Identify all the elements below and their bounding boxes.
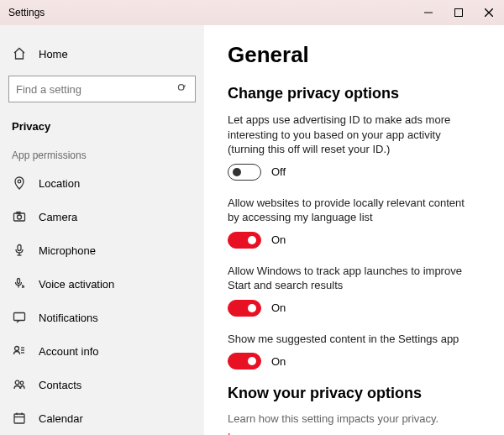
sidebar-item-voice-activation[interactable]: Voice activation (0, 267, 204, 301)
sidebar-item-label: Notifications (39, 312, 98, 324)
setting-desc: Allow Windows to track app launches to i… (228, 264, 479, 293)
section-title: Change privacy options (228, 85, 479, 102)
sidebar-item-account-info[interactable]: Account info (0, 334, 204, 368)
sidebar-item-location[interactable]: Location (0, 166, 204, 200)
toggle-suggested-content[interactable] (228, 353, 261, 369)
main-content: General Change privacy options Let apps … (204, 25, 504, 435)
sidebar-item-label: Voice activation (39, 278, 114, 291)
setting-desc: Allow websites to provide locally releva… (228, 196, 479, 225)
toggle-state-label: Off (271, 165, 286, 178)
sidebar: Home Privacy App permissions Location (0, 25, 204, 435)
sidebar-item-calendar[interactable]: Calendar (0, 401, 204, 435)
window-controls (413, 0, 504, 25)
toggle-language-list[interactable] (228, 232, 261, 249)
setting-language-list: Allow websites to provide locally releva… (228, 196, 479, 249)
sidebar-item-label: Calendar (39, 412, 83, 425)
notifications-icon (12, 311, 27, 324)
minimize-button[interactable] (413, 0, 444, 25)
setting-desc: Show me suggested content in the Setting… (228, 332, 479, 347)
svg-point-16 (15, 347, 19, 351)
svg-point-6 (18, 180, 21, 183)
window-title: Settings (8, 7, 45, 18)
svg-rect-10 (18, 245, 21, 251)
contacts-icon (12, 378, 27, 391)
search-input[interactable] (8, 76, 196, 102)
home-icon (12, 47, 27, 60)
setting-suggested-content: Show me suggested content in the Setting… (228, 332, 479, 370)
svg-point-21 (20, 381, 24, 385)
svg-point-8 (18, 215, 22, 219)
sidebar-item-camera[interactable]: Camera (0, 200, 204, 233)
sidebar-item-label: Location (39, 177, 80, 190)
svg-rect-22 (14, 414, 24, 423)
camera-icon (12, 210, 27, 223)
close-button[interactable] (474, 0, 504, 25)
sidebar-item-label: Contacts (39, 379, 81, 391)
sidebar-item-microphone[interactable]: Microphone (0, 233, 204, 267)
location-icon (12, 176, 27, 190)
sidebar-category: Privacy (0, 111, 204, 141)
section-title: Know your privacy options (228, 385, 479, 402)
toggle-advertising-id[interactable] (228, 164, 261, 181)
setting-advertising-id: Let apps use advertising ID to make ads … (228, 113, 479, 181)
section-subtitle: Learn how this setting impacts your priv… (228, 412, 479, 425)
svg-rect-15 (14, 313, 25, 321)
sidebar-item-notifications[interactable]: Notifications (0, 301, 204, 334)
sidebar-item-label: Account info (39, 345, 99, 358)
sidebar-home-label: Home (39, 48, 68, 60)
sidebar-category-label: Privacy (12, 120, 50, 133)
toggle-app-launches[interactable] (228, 300, 261, 317)
sidebar-home[interactable]: Home (0, 37, 204, 71)
setting-desc: Let apps use advertising ID to make ads … (228, 113, 479, 157)
maximize-button[interactable] (444, 0, 474, 25)
sidebar-item-contacts[interactable]: Contacts (0, 368, 204, 401)
sidebar-item-label: Camera (39, 211, 77, 223)
sidebar-item-label: Microphone (39, 244, 96, 257)
link-learn-more[interactable]: Learn more (228, 430, 479, 435)
svg-point-20 (15, 380, 19, 385)
toggle-state-label: On (271, 355, 286, 368)
account-info-icon (12, 344, 27, 358)
toggle-state-label: On (271, 301, 286, 314)
svg-rect-13 (18, 279, 20, 284)
voice-activation-icon (12, 277, 27, 291)
microphone-icon (12, 244, 27, 257)
svg-rect-1 (455, 9, 463, 17)
page-title: General (228, 42, 479, 68)
setting-app-launches: Allow Windows to track app launches to i… (228, 264, 479, 317)
title-bar: Settings (0, 0, 504, 25)
calendar-icon (12, 411, 27, 425)
sidebar-group-header: App permissions (0, 141, 204, 166)
toggle-state-label: On (271, 233, 286, 246)
